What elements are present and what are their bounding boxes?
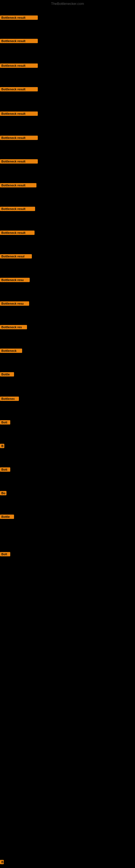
bottleneck-badge-6[interactable]: Bottleneck result bbox=[0, 135, 38, 140]
bottleneck-badge-21[interactable]: Bo bbox=[0, 491, 6, 495]
bottleneck-badge-10[interactable]: Bottleneck result bbox=[0, 230, 35, 235]
bottleneck-badge-8[interactable]: Bottleneck result bbox=[0, 183, 37, 187]
bottleneck-badge-17[interactable]: Bottlenec bbox=[0, 397, 19, 401]
bottleneck-badge-3[interactable]: Bottleneck result bbox=[0, 63, 38, 68]
bottleneck-badge-5[interactable]: Bottleneck result bbox=[0, 112, 38, 116]
bottleneck-badge-7[interactable]: Bottleneck result bbox=[0, 159, 38, 163]
bottleneck-badge-16[interactable]: Bottle bbox=[0, 372, 14, 376]
bottleneck-badge-4[interactable]: Bottleneck result bbox=[0, 87, 38, 91]
bottleneck-badge-1[interactable]: Bottleneck result bbox=[0, 16, 38, 20]
bottleneck-badge-18[interactable]: Bott bbox=[0, 420, 10, 425]
bottleneck-badge-19[interactable]: B bbox=[0, 444, 4, 448]
bottleneck-badge-20[interactable]: Bott bbox=[0, 467, 10, 472]
bottleneck-badge-23[interactable]: Bolt bbox=[0, 552, 10, 556]
bottleneck-badge-2[interactable]: Bottleneck result bbox=[0, 39, 38, 43]
bottleneck-badge-24[interactable]: B bbox=[0, 860, 4, 864]
bottleneck-badge-14[interactable]: Bottleneck res bbox=[0, 325, 27, 329]
bottleneck-badge-12[interactable]: Bottleneck resu bbox=[0, 278, 30, 282]
bottleneck-badge-15[interactable]: Bottleneck bbox=[0, 348, 22, 353]
bottleneck-badge-11[interactable]: Bottleneck resul bbox=[0, 254, 32, 258]
bottleneck-badge-9[interactable]: Bottleneck result bbox=[0, 207, 35, 211]
bottleneck-badge-13[interactable]: Bottleneck resu bbox=[0, 301, 29, 306]
site-title: TheBottlenecker.com bbox=[0, 2, 135, 6]
bottleneck-badge-22[interactable]: Bottle bbox=[0, 515, 14, 519]
